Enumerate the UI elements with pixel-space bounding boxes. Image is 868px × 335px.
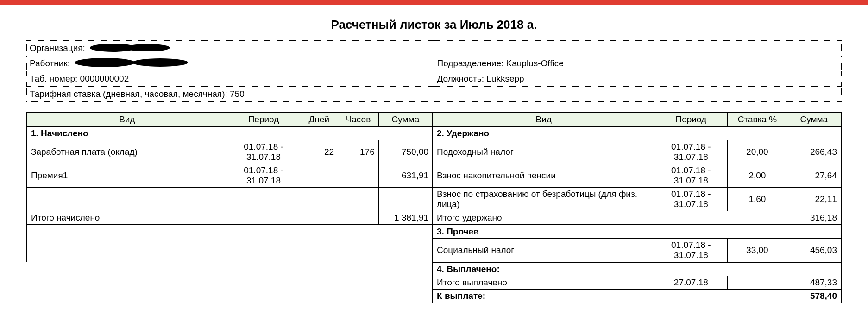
rate-row: Тарифная ставка (дневная, часовая, месяч…: [27, 87, 842, 102]
blank: [728, 276, 787, 290]
hdr-days: Дней: [300, 113, 338, 126]
accrued-days: [300, 188, 338, 211]
table-row: Премия1 01.07.18 - 31.07.18 631,91 Взнос…: [27, 164, 841, 188]
accrued-hours: [338, 188, 379, 211]
top-red-bar: [0, 0, 868, 5]
withheld-rate: 20,00: [728, 140, 787, 164]
payroll-table: Вид Период Дней Часов Сумма Вид Период С…: [26, 112, 842, 303]
withheld-name: Подоходный налог: [433, 140, 654, 164]
accrued-total-label: Итого начислено: [27, 211, 378, 225]
other-name: Социальный налог: [433, 239, 654, 263]
topay-label: К выплате:: [433, 290, 787, 303]
hdr-rate: Ставка %: [728, 113, 787, 126]
withheld-sum: 27,64: [787, 164, 841, 188]
rate-label: Тарифная ставка (дневная, часовая, месяч…: [30, 89, 227, 99]
totals-row: Итого начислено 1 381,91 Итого удержано …: [27, 211, 841, 225]
withheld-period: 01.07.18 - 31.07.18: [654, 140, 728, 164]
other-rate: 33,00: [728, 239, 787, 263]
hdr-vid-l: Вид: [27, 113, 227, 126]
withheld-sum: 266,43: [787, 140, 841, 164]
tab-value: 0000000002: [80, 74, 129, 83]
pos-label: Должность:: [437, 74, 484, 83]
accrued-sum: 631,91: [378, 164, 433, 188]
section-other: 3. Прочее: [433, 225, 841, 239]
table-row: Взнос по страхованию от безработицы (для…: [27, 188, 841, 211]
accrued-hours: [338, 164, 379, 188]
tab-row: Таб. номер: 0000000002: [27, 71, 434, 87]
withheld-sum: 22,11: [787, 188, 841, 211]
payslip-document: Расчетный листок за Июль 2018 а. Организ…: [26, 5, 842, 322]
accrued-name: Заработная плата (оклад): [27, 140, 227, 164]
employee-info-table: Организация: Работник: Подразделение: Ka…: [26, 40, 842, 102]
svg-point-2: [75, 58, 135, 67]
org-label: Организация:: [30, 43, 85, 53]
table-row: Итого выплачено 27.07.18 487,33: [27, 276, 841, 290]
withheld-period: 01.07.18 - 31.07.18: [654, 164, 728, 188]
accrued-days: 22: [300, 140, 338, 164]
table-row: Заработная плата (оклад) 01.07.18 - 31.0…: [27, 140, 841, 164]
dept-value: Kauplus-Office: [506, 58, 564, 68]
svg-point-1: [126, 44, 170, 51]
accrued-name: [27, 188, 227, 211]
section-row: 1. Начислено 2. Удержано: [27, 126, 841, 140]
hdr-sum-r: Сумма: [787, 113, 841, 126]
paid-total-label: Итого выплачено: [433, 276, 654, 290]
worker-row: Работник:: [27, 56, 434, 71]
withheld-total-label: Итого удержано: [433, 211, 787, 225]
paid-total-value: 487,33: [787, 276, 841, 290]
dept-row: Подразделение: Kauplus-Office: [434, 56, 842, 71]
accrued-period: [227, 188, 300, 211]
withheld-total-value: 316,18: [787, 211, 841, 225]
empty-cell: [434, 41, 842, 56]
hdr-hours: Часов: [338, 113, 379, 126]
empty-left: [27, 225, 433, 262]
hdr-period-r: Период: [654, 113, 728, 126]
pos-row: Должность: Lukksepp: [434, 71, 842, 87]
hdr-period-l: Период: [227, 113, 300, 126]
org-row: Организация:: [27, 41, 434, 56]
accrued-name: Премия1: [27, 164, 227, 188]
accrued-period: 01.07.18 - 31.07.18: [227, 140, 300, 164]
hdr-vid-r: Вид: [433, 113, 654, 126]
section-row: 3. Прочее: [27, 225, 841, 239]
tab-label: Таб. номер:: [30, 74, 77, 83]
section-accrued: 1. Начислено: [27, 126, 433, 140]
accrued-sum: [378, 188, 433, 211]
dept-label: Подразделение:: [437, 58, 504, 68]
accrued-days: [300, 164, 338, 188]
topay-value: 578,40: [787, 290, 841, 303]
other-period: 01.07.18 - 31.07.18: [654, 239, 728, 263]
topay-row: К выплате: 578,40: [27, 290, 841, 303]
header-row: Вид Период Дней Часов Сумма Вид Период С…: [27, 113, 841, 126]
accrued-sum: 750,00: [378, 140, 433, 164]
withheld-name: Взнос накопительной пенсии: [433, 164, 654, 188]
redacted-org: [88, 43, 171, 52]
other-sum: 456,03: [787, 239, 841, 263]
section-row: 4. Выплачено:: [27, 262, 841, 276]
withheld-rate: 1,60: [728, 188, 787, 211]
hdr-sum-l: Сумма: [378, 113, 433, 126]
accrued-period: 01.07.18 - 31.07.18: [227, 164, 300, 188]
redacted-worker: [72, 57, 193, 68]
section-paid: 4. Выплачено:: [433, 262, 841, 276]
blank: [27, 262, 433, 276]
rate-value: 750: [230, 89, 245, 99]
blank: [27, 276, 433, 290]
withheld-period: 01.07.18 - 31.07.18: [654, 188, 728, 211]
section-withheld: 2. Удержано: [433, 126, 841, 140]
accrued-hours: 176: [338, 140, 379, 164]
page-title: Расчетный листок за Июль 2018 а.: [26, 18, 842, 32]
paid-date: 27.07.18: [654, 276, 728, 290]
pos-value: Lukksepp: [486, 74, 524, 83]
worker-label: Работник:: [30, 58, 70, 68]
svg-point-3: [132, 58, 188, 67]
accrued-total-value: 1 381,91: [378, 211, 433, 225]
withheld-rate: 2,00: [728, 164, 787, 188]
withheld-name: Взнос по страхованию от безработицы (для…: [433, 188, 654, 211]
blank: [27, 290, 433, 303]
